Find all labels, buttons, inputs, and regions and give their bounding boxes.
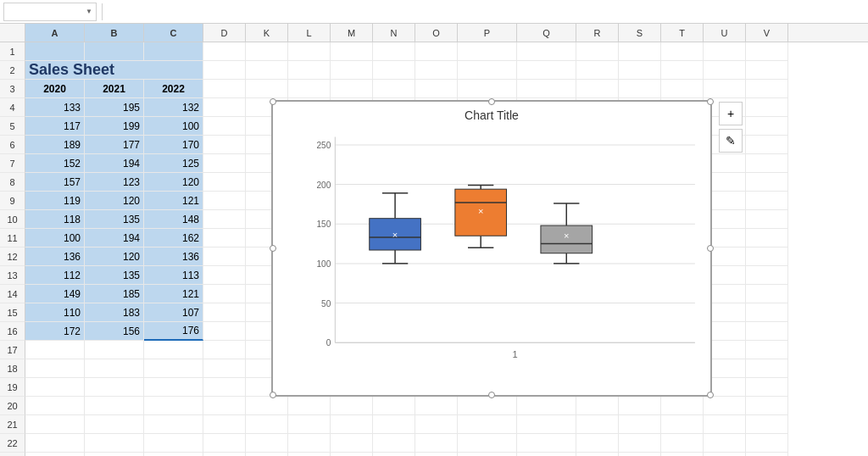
cell-V21[interactable]	[746, 415, 788, 434]
cell-L20[interactable]	[288, 397, 331, 415]
col-header-T[interactable]: T	[661, 24, 704, 42]
cell-L3[interactable]	[288, 80, 331, 98]
cell-P23[interactable]	[458, 453, 517, 456]
row-num-17[interactable]: 17	[0, 341, 25, 359]
cell-D11[interactable]	[203, 229, 246, 247]
cell-T3[interactable]	[661, 80, 704, 98]
cell-A11[interactable]: 100	[25, 229, 85, 247]
cell-M3[interactable]	[331, 80, 373, 98]
cell-S23[interactable]	[619, 453, 661, 456]
col-header-Q[interactable]: Q	[517, 24, 576, 42]
cell-B11[interactable]: 194	[85, 229, 144, 247]
row-num-2[interactable]: 2	[0, 61, 25, 80]
cell-D18[interactable]	[203, 359, 246, 378]
cell-B8[interactable]: 123	[85, 173, 144, 192]
cell-M23[interactable]	[331, 453, 373, 456]
cell-D4[interactable]	[203, 98, 246, 117]
cell-C16[interactable]: 176	[144, 322, 203, 341]
cell-U20[interactable]	[704, 397, 746, 415]
col-header-R[interactable]: R	[576, 24, 619, 42]
col-header-U[interactable]: U	[704, 24, 746, 42]
resize-handle-tm[interactable]	[488, 98, 495, 105]
cell-R1[interactable]	[576, 42, 619, 61]
cell-L22[interactable]	[288, 434, 331, 453]
cell-A19[interactable]	[25, 378, 85, 397]
cell-D9[interactable]	[203, 192, 246, 210]
cell-V18[interactable]	[746, 359, 788, 378]
cell-L2[interactable]	[288, 61, 331, 80]
cell-A4[interactable]: 133	[25, 98, 85, 117]
cell-U1[interactable]	[704, 42, 746, 61]
cell-D12[interactable]	[203, 247, 246, 266]
cell-R22[interactable]	[576, 434, 619, 453]
cell-A23[interactable]	[25, 453, 85, 456]
row-num-5[interactable]: 5	[0, 117, 25, 136]
cell-A22[interactable]	[25, 434, 85, 453]
cell-K20[interactable]	[246, 397, 288, 415]
cell-D1[interactable]	[203, 42, 246, 61]
cell-K23[interactable]	[246, 453, 288, 456]
cell-B17[interactable]	[85, 341, 144, 359]
cell-V2[interactable]	[746, 61, 788, 80]
row-num-21[interactable]: 21	[0, 415, 25, 434]
resize-handle-ml[interactable]	[270, 245, 276, 252]
cell-V22[interactable]	[746, 434, 788, 453]
cell-D19[interactable]	[203, 378, 246, 397]
cell-K3[interactable]	[246, 80, 288, 98]
cell-P21[interactable]	[458, 415, 517, 434]
cell-V20[interactable]	[746, 397, 788, 415]
cell-B9[interactable]: 120	[85, 192, 144, 210]
cell-L23[interactable]	[288, 453, 331, 456]
cell-N2[interactable]	[373, 61, 415, 80]
col-header-L[interactable]: L	[288, 24, 331, 42]
cell-C13[interactable]: 113	[144, 266, 203, 285]
cell-D6[interactable]	[203, 136, 246, 154]
cell-B12[interactable]: 120	[85, 247, 144, 266]
add-chart-element-button[interactable]: +	[719, 102, 743, 125]
cell-A21[interactable]	[25, 415, 85, 434]
cell-C5[interactable]: 100	[144, 117, 203, 136]
cell-O2[interactable]	[415, 61, 458, 80]
cell-D2[interactable]	[203, 61, 246, 80]
cell-A3[interactable]: 2020	[25, 80, 85, 98]
cell-M20[interactable]	[331, 397, 373, 415]
cell-S21[interactable]	[619, 415, 661, 434]
row-num-19[interactable]: 19	[0, 378, 25, 397]
cell-C9[interactable]: 121	[144, 192, 203, 210]
row-num-12[interactable]: 12	[0, 247, 25, 266]
cell-N23[interactable]	[373, 453, 415, 456]
cell-U2[interactable]	[704, 61, 746, 80]
cell-C4[interactable]: 132	[144, 98, 203, 117]
cell-C17[interactable]	[144, 341, 203, 359]
cell-S22[interactable]	[619, 434, 661, 453]
row-num-23[interactable]: 23	[0, 453, 25, 456]
cell-V8[interactable]	[746, 173, 788, 192]
cell-C11[interactable]: 162	[144, 229, 203, 247]
cell-B23[interactable]	[85, 453, 144, 456]
cell-C1[interactable]	[144, 42, 203, 61]
cell-U23[interactable]	[704, 453, 746, 456]
cell-P20[interactable]	[458, 397, 517, 415]
cell-O1[interactable]	[415, 42, 458, 61]
col-header-C[interactable]: C	[144, 24, 203, 42]
cell-L21[interactable]	[288, 415, 331, 434]
cell-C21[interactable]	[144, 415, 203, 434]
chart-style-button[interactable]: ✎	[719, 129, 743, 153]
cell-B3[interactable]: 2021	[85, 80, 144, 98]
cell-Q1[interactable]	[517, 42, 576, 61]
col-header-B[interactable]: B	[85, 24, 144, 42]
row-num-18[interactable]: 18	[0, 359, 25, 378]
cell-B21[interactable]	[85, 415, 144, 434]
cell-Q3[interactable]	[517, 80, 576, 98]
cell-V13[interactable]	[746, 266, 788, 285]
cell-T2[interactable]	[661, 61, 704, 80]
cell-K1[interactable]	[246, 42, 288, 61]
resize-handle-br[interactable]	[707, 392, 714, 398]
cell-A1[interactable]	[25, 42, 85, 61]
cell-V3[interactable]	[746, 80, 788, 98]
cell-C18[interactable]	[144, 359, 203, 378]
cell-C14[interactable]: 121	[144, 285, 203, 303]
cell-U3[interactable]	[704, 80, 746, 98]
col-header-K[interactable]: K	[246, 24, 288, 42]
cell-R3[interactable]	[576, 80, 619, 98]
